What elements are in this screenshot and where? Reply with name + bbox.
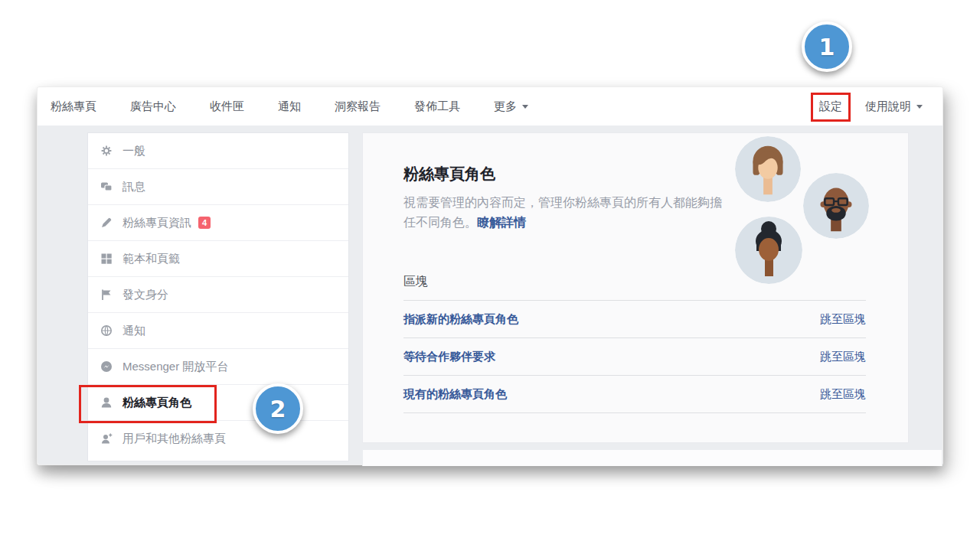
sidebar-item[interactable]: Messenger 開放平台 — [88, 349, 348, 385]
sidebar-item-label: 用戶和其他粉絲專頁 — [122, 432, 226, 446]
top-nav: 粉絲專頁廣告中心收件匣通知洞察報告發佈工具更多 設定 使用說明 — [38, 87, 942, 126]
pencil-icon — [100, 217, 113, 229]
messenger-icon — [100, 360, 113, 373]
chevron-down-icon — [916, 105, 923, 109]
sidebar-item[interactable]: 用戶和其他粉絲專頁 — [88, 421, 348, 456]
chevron-down-icon — [522, 105, 528, 109]
settings-sidebar: 一般訊息粉絲專頁資訊4範本和頁籤發文身分通知Messenger 開放平台粉絲專頁… — [87, 132, 349, 461]
facebook-page-settings-window: 粉絲專頁廣告中心收件匣通知洞察報告發佈工具更多 設定 使用說明 一般訊息粉絲專頁… — [37, 86, 943, 465]
grid-icon — [100, 253, 113, 265]
nav-tab[interactable]: 粉絲專頁 — [51, 99, 96, 114]
nav-help[interactable]: 使用說明 — [865, 99, 923, 114]
annotation-step-1: 1 — [802, 21, 852, 72]
nav-tab[interactable]: 廣告中心 — [130, 99, 176, 114]
page-description-text: 視需要管理的內容而定，管理你粉絲專頁的所有人都能夠擔任不同角色。 — [403, 196, 722, 229]
globe-icon — [100, 324, 113, 337]
section-row: 指派新的粉絲專頁角色跳至區塊 — [403, 300, 866, 338]
person-icon — [100, 396, 113, 409]
notification-badge: 4 — [198, 217, 211, 229]
section-row-link[interactable]: 等待合作夥伴要求 — [403, 350, 495, 364]
sidebar-item[interactable]: 訊息 — [88, 169, 348, 205]
page-title: 粉絲專頁角色 — [403, 164, 495, 184]
nav-tab[interactable]: 通知 — [278, 99, 301, 114]
gear-icon — [100, 145, 113, 157]
sidebar-item-label: Messenger 開放平台 — [122, 360, 228, 374]
sidebar-item-label: 粉絲專頁資訊 — [122, 216, 191, 230]
nav-settings[interactable]: 設定 — [819, 99, 842, 112]
sidebar-item-label: 一般 — [122, 144, 145, 158]
section-row: 現有的粉絲專頁角色跳至區塊 — [403, 376, 866, 413]
sidebar-item-label: 範本和頁籤 — [122, 252, 180, 266]
jump-to-section-link[interactable]: 跳至區塊 — [820, 350, 866, 364]
nav-more-label: 更多 — [494, 99, 517, 112]
sidebar-item[interactable]: 範本和頁籤 — [88, 241, 348, 277]
next-section-partial — [362, 449, 942, 466]
sidebar-item-label: 訊息 — [122, 180, 145, 194]
sidebar-item[interactable]: 一般 — [88, 133, 348, 169]
nav-tab[interactable]: 發佈工具 — [414, 99, 460, 114]
page-roles-panel: 粉絲專頁角色 視需要管理的內容而定，管理你粉絲專頁的所有人都能夠擔任不同角色。瞭… — [362, 132, 909, 443]
woman-avatar — [735, 136, 801, 202]
nav-help-label: 使用說明 — [865, 99, 911, 112]
sidebar-item[interactable]: 通知 — [88, 313, 348, 349]
section-list: 指派新的粉絲專頁角色跳至區塊等待合作夥伴要求跳至區塊現有的粉絲專頁角色跳至區塊 — [403, 300, 866, 413]
sidebar-item-label: 粉絲專頁角色 — [122, 396, 191, 410]
section-row-link[interactable]: 現有的粉絲專頁角色 — [403, 387, 507, 402]
nav-tab[interactable]: 洞察報告 — [335, 99, 381, 114]
man-avatar — [803, 173, 869, 239]
sidebar-item[interactable]: 粉絲專頁角色 — [88, 385, 348, 421]
section-row: 等待合作夥伴要求跳至區塊 — [403, 338, 866, 376]
top-nav-tabs: 粉絲專頁廣告中心收件匣通知洞察報告發佈工具更多 — [51, 99, 528, 114]
sidebar-item-label: 通知 — [122, 324, 145, 338]
nav-more[interactable]: 更多 — [494, 99, 528, 114]
chat-icon — [100, 181, 113, 193]
nav-tab[interactable]: 收件匣 — [210, 99, 244, 114]
section-row-link[interactable]: 指派新的粉絲專頁角色 — [403, 312, 518, 327]
jump-to-section-link[interactable]: 跳至區塊 — [820, 312, 866, 327]
flag-icon — [100, 289, 113, 301]
learn-more-link[interactable]: 瞭解詳情 — [477, 216, 526, 229]
annotation-step-2: 2 — [253, 383, 303, 434]
jump-to-section-link[interactable]: 跳至區塊 — [820, 387, 866, 402]
settings-content: 一般訊息粉絲專頁資訊4範本和頁籤發文身分通知Messenger 開放平台粉絲專頁… — [38, 126, 942, 465]
person-add-icon — [100, 432, 113, 445]
section-header: 區塊 — [403, 274, 428, 290]
top-nav-right: 設定 使用說明 — [819, 99, 923, 114]
woman-bun-avatar — [735, 217, 802, 284]
sidebar-item[interactable]: 發文身分 — [88, 277, 348, 313]
page-description: 視需要管理的內容而定，管理你粉絲專頁的所有人都能夠擔任不同角色。瞭解詳情 — [403, 193, 731, 233]
sidebar-item[interactable]: 粉絲專頁資訊4 — [88, 205, 348, 241]
sidebar-item-label: 發文身分 — [122, 288, 168, 302]
